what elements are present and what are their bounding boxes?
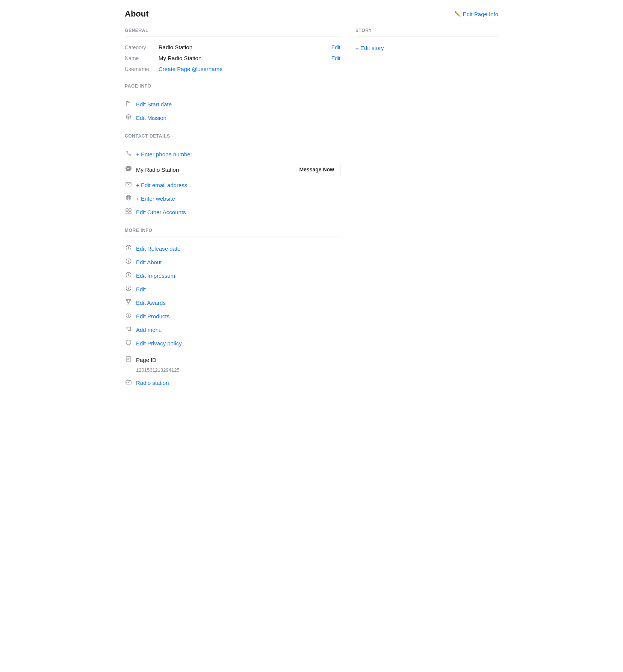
page-id-icon xyxy=(125,356,132,363)
edit-mission-link[interactable]: Edit Mission xyxy=(136,115,166,121)
shield-icon xyxy=(125,339,132,347)
info-icon-products xyxy=(125,312,132,320)
edit-page-info-label: Edit Page Info xyxy=(463,11,498,17)
category-edit-link[interactable]: Edit xyxy=(331,44,340,50)
info-icon-release xyxy=(125,245,132,252)
edit-awards-link[interactable]: Edit Awards xyxy=(136,300,166,306)
page-id-item: Page ID xyxy=(125,353,340,366)
contact-details-divider xyxy=(125,142,340,142)
category-value: Radio Station xyxy=(159,44,328,50)
edit-start-date-item[interactable]: Edit Start date xyxy=(125,97,340,111)
about-page: About ✏️ Edit Page Info GENERAL Category… xyxy=(113,0,510,398)
radio-station-link[interactable]: Radio station xyxy=(136,380,169,386)
story-section-label: STORY xyxy=(355,28,498,33)
page-title: About xyxy=(125,9,149,19)
edit-start-date-link[interactable]: Edit Start date xyxy=(136,101,172,107)
right-column: STORY + Edit story xyxy=(355,28,498,389)
name-edit-link[interactable]: Edit xyxy=(331,55,340,61)
messenger-row: My Radio Station Message Now xyxy=(125,161,340,178)
svg-rect-14 xyxy=(126,212,128,214)
username-label: Username xyxy=(125,66,159,72)
svg-point-24 xyxy=(128,273,129,274)
globe-icon xyxy=(125,195,132,202)
radio-station-icon xyxy=(125,379,132,386)
page-info-divider xyxy=(125,92,340,92)
general-divider xyxy=(125,36,340,36)
edit-item[interactable]: Edit xyxy=(125,282,340,296)
general-section-label: GENERAL xyxy=(125,28,340,33)
svg-point-18 xyxy=(128,246,129,247)
page-header: About ✏️ Edit Page Info xyxy=(125,9,498,19)
enter-website-item[interactable]: + Enter website xyxy=(125,192,340,205)
accounts-icon xyxy=(125,208,132,216)
enter-website-link[interactable]: + Enter website xyxy=(136,195,175,202)
radio-station-item[interactable]: Radio station xyxy=(125,376,340,389)
edit-impressum-item[interactable]: Edit Impressum xyxy=(125,269,340,282)
trophy-icon xyxy=(125,299,132,306)
name-row: Name My Radio Station Edit xyxy=(125,53,340,64)
messenger-name: My Radio Station xyxy=(136,166,289,173)
enter-phone-item[interactable]: + Enter phone number xyxy=(125,147,340,161)
name-value: My Radio Station xyxy=(159,55,328,61)
create-username-link[interactable]: Create Page @username xyxy=(159,66,340,72)
svg-point-41 xyxy=(129,382,130,383)
svg-point-21 xyxy=(128,260,129,260)
svg-rect-15 xyxy=(129,212,131,214)
flag-icon xyxy=(125,100,132,108)
add-menu-item[interactable]: Add menu xyxy=(125,323,340,336)
phone-icon xyxy=(125,150,132,158)
username-row: Username Create Page @username xyxy=(125,64,340,74)
svg-point-32 xyxy=(128,314,129,315)
info-icon-edit xyxy=(125,285,132,293)
edit-impressum-link[interactable]: Edit Impressum xyxy=(136,272,175,279)
edit-products-item[interactable]: Edit Products xyxy=(125,309,340,323)
edit-page-info-button[interactable]: ✏️ Edit Page Info xyxy=(454,11,498,17)
more-info-section-label: MORE INFO xyxy=(125,228,340,233)
message-now-button[interactable]: Message Now xyxy=(293,164,340,175)
more-info-divider xyxy=(125,236,340,236)
edit-products-link[interactable]: Edit Products xyxy=(136,313,169,319)
info-icon-impressum xyxy=(125,272,132,279)
edit-awards-item[interactable]: Edit Awards xyxy=(125,296,340,309)
svg-point-27 xyxy=(128,287,129,288)
email-icon xyxy=(125,181,132,189)
edit-story-item[interactable]: + Edit story xyxy=(355,42,498,54)
svg-point-1 xyxy=(128,116,129,118)
svg-rect-13 xyxy=(129,209,131,211)
svg-rect-37 xyxy=(126,357,131,361)
svg-rect-36 xyxy=(128,327,131,331)
edit-privacy-policy-item[interactable]: Edit Privacy policy xyxy=(125,336,340,350)
contact-details-section-label: CONTACT DETAILS xyxy=(125,133,340,139)
menu-icon xyxy=(125,326,132,333)
edit-story-link[interactable]: + Edit story xyxy=(355,45,384,51)
edit-mission-item[interactable]: Edit Mission xyxy=(125,111,340,124)
page-id-number: 1201561213294125 xyxy=(136,367,340,373)
info-icon-about xyxy=(125,258,132,266)
edit-email-item[interactable]: + Edit email address xyxy=(125,178,340,192)
main-content: GENERAL Category Radio Station Edit Name… xyxy=(125,28,498,389)
edit-privacy-policy-link[interactable]: Edit Privacy policy xyxy=(136,340,182,347)
enter-phone-link[interactable]: + Enter phone number xyxy=(136,151,192,157)
edit-other-accounts-link[interactable]: Edit Other Accounts xyxy=(136,209,186,215)
edit-other-accounts-item[interactable]: Edit Other Accounts xyxy=(125,205,340,219)
add-menu-link[interactable]: Add menu xyxy=(136,327,162,333)
edit-release-date-link[interactable]: Edit Release date xyxy=(136,245,180,252)
category-label: Category xyxy=(125,44,159,50)
category-row: Category Radio Station Edit xyxy=(125,42,340,53)
mission-icon xyxy=(125,114,132,121)
messenger-icon xyxy=(125,165,132,174)
page-info-section-label: PAGE INFO xyxy=(125,83,340,89)
edit-about-link[interactable]: Edit About xyxy=(136,259,162,265)
pencil-icon: ✏️ xyxy=(454,11,461,17)
edit-link[interactable]: Edit xyxy=(136,286,146,292)
svg-rect-6 xyxy=(126,182,131,186)
edit-email-link[interactable]: + Edit email address xyxy=(136,182,187,188)
svg-rect-12 xyxy=(126,209,128,211)
left-column: GENERAL Category Radio Station Edit Name… xyxy=(125,28,340,389)
edit-about-item[interactable]: Edit About xyxy=(125,255,340,269)
page-id-section: Page ID 1201561213294125 xyxy=(125,350,340,376)
name-label: Name xyxy=(125,55,159,61)
edit-release-date-item[interactable]: Edit Release date xyxy=(125,242,340,255)
story-divider xyxy=(355,36,498,36)
page-id-label: Page ID xyxy=(136,357,156,363)
